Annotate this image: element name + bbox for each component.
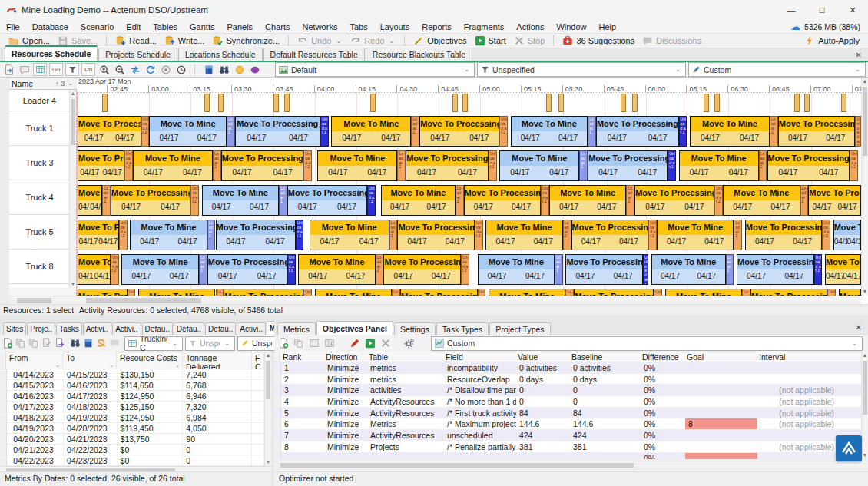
activity-tick-bar[interactable]	[284, 94, 290, 112]
cancel-optimizer-icon[interactable]	[379, 337, 392, 349]
menu-file[interactable]: File	[0, 22, 26, 31]
tab-defau[interactable]: Defau..	[205, 322, 236, 335]
column-header-table[interactable]: Table	[366, 352, 443, 362]
gantt-bar[interactable]: Move To Mine04/1704/17	[511, 116, 588, 147]
objectives-strip-close-icon[interactable]: ✕	[856, 323, 862, 332]
menu-scenario[interactable]: Scenario	[75, 22, 120, 31]
gantt-connector[interactable]: Unload at 2	[303, 289, 312, 296]
gantt-bar[interactable]: Move To Mine04/1704/17	[78, 185, 102, 216]
row-selector[interactable]	[0, 455, 7, 465]
gantt-connector[interactable]: Load at 2	[397, 150, 406, 181]
highlight-circle-icon[interactable]	[233, 64, 246, 76]
move-up-table-icon[interactable]	[307, 337, 320, 349]
gantt-bar[interactable]: Move To Processing04/1704/17	[596, 116, 679, 147]
gantt-bar[interactable]: Move To Processing04/1704/17	[78, 150, 124, 181]
gantt-bar[interactable]: Move To Mine04/1704/17	[833, 220, 861, 250]
copy-objective-icon[interactable]	[292, 337, 305, 349]
metrics-filter-combo[interactable]: Unspecifie⌄	[185, 336, 235, 351]
gantt-connector[interactable]: Load at 2	[456, 185, 464, 216]
gantt-connector[interactable]: Unload at 2	[541, 185, 549, 216]
gantt-bar[interactable]: Move To Mine04/1704/17	[679, 150, 759, 181]
gantt-connector[interactable]: Unload at 1	[668, 150, 676, 181]
gantt-bar[interactable]: Move To Processing04/1704/17	[745, 220, 823, 250]
tab-locations-schedule[interactable]: Locations Schedule	[178, 48, 263, 61]
gantt-connector[interactable]: Unload at 2	[648, 220, 657, 250]
gantt-bar[interactable]: Move To Mine04/1704/17	[478, 254, 555, 285]
stop-button[interactable]: Stop	[510, 34, 549, 48]
gantt-bar[interactable]: Move To Processing04/1704/17	[778, 116, 856, 147]
edit-objective-icon[interactable]	[348, 337, 361, 349]
resource-row-truck-8[interactable]: Truck 8	[9, 250, 70, 284]
tab-project-types[interactable]: Project Types	[489, 322, 550, 335]
gantt-connector[interactable]: Unload at 1	[287, 254, 296, 285]
table-view-icon[interactable]	[33, 63, 47, 76]
gantt-connector[interactable]: Load at 1	[227, 116, 235, 147]
column-header-goal[interactable]: Goal	[684, 352, 757, 362]
cloud-sync-icon[interactable]: ☁	[790, 21, 800, 31]
row-selector[interactable]	[0, 369, 7, 379]
objective-row[interactable]: 5MinimizeActivityResources/* First truck…	[274, 408, 861, 419]
gantt-bar[interactable]: Move To Mine04/1704/17	[149, 116, 227, 147]
gantt-bar[interactable]: Move To Processing04/1704/17	[750, 289, 828, 296]
gantt-bar[interactable]: Move To Mine04/1704/17	[315, 289, 393, 296]
tab-proje[interactable]: Proje..	[27, 322, 55, 335]
menu-panels[interactable]: Panels	[220, 22, 259, 31]
objective-row[interactable]: 6MinimizeMetrics/* Maximum project s...1…	[274, 418, 861, 430]
menu-reports[interactable]: Reports	[416, 22, 458, 31]
gantt-connector[interactable]: Load at 2	[563, 220, 571, 250]
menu-layouts[interactable]: Layouts	[374, 22, 416, 31]
activity-tick-bar[interactable]	[102, 94, 108, 112]
row-selector[interactable]	[274, 418, 281, 429]
zoom-out-icon[interactable]	[113, 64, 126, 76]
gantt-bar[interactable]: Move To Processing04/1704/17	[565, 254, 643, 285]
gantt-connector[interactable]: Load at 1	[726, 254, 734, 285]
metrics-panel-icon[interactable]	[83, 337, 94, 349]
verify-record-icon[interactable]	[41, 337, 52, 349]
move-down-table-icon[interactable]	[323, 337, 336, 349]
gantt-connector[interactable]: Load at 2	[213, 150, 221, 181]
gantt-bar[interactable]: Move To Mine04/1704/17	[657, 220, 734, 250]
column-header-field[interactable]: Field	[443, 352, 515, 362]
gantt-bar[interactable]: Move To Processing04/1704/17	[207, 254, 287, 285]
tab-defau[interactable]: Defau..	[174, 322, 204, 335]
new-objective-icon[interactable]	[277, 337, 290, 349]
menu-charts[interactable]: Charts	[259, 22, 296, 31]
find-binoculars-icon[interactable]	[217, 64, 230, 76]
gantt-bar[interactable]: Move To Processing04/1704/17	[464, 185, 542, 216]
objective-row[interactable]: 0%	[274, 453, 861, 460]
gantt-connector[interactable]: Unload at 1	[814, 254, 823, 285]
menu-help[interactable]: Help	[593, 22, 623, 31]
gantt-connector[interactable]: Load at 1	[207, 220, 216, 250]
gantt-bar[interactable]: Move To Mine04/1704/17	[723, 185, 800, 216]
metrics-row[interactable]: 04/18/202304/19/2023$124,9506,984	[0, 412, 264, 423]
tab-tasks[interactable]: Tasks	[56, 322, 82, 335]
row-selector[interactable]	[274, 430, 281, 441]
row-selector[interactable]	[274, 362, 281, 373]
gantt-bar[interactable]: Move To Processing04/1704/17	[216, 220, 296, 250]
row-selector[interactable]	[0, 423, 7, 433]
gantt-bar[interactable]: Move To Processing04/1704/17	[383, 254, 461, 285]
menu-actions[interactable]: Actions	[510, 22, 550, 31]
gantt-bar[interactable]: Move To Mine04/1704/17	[485, 220, 563, 250]
gantt-connector[interactable]: Load at 2	[800, 185, 809, 216]
gantt-bar[interactable]: Move To Processing04/1704/17	[397, 220, 475, 250]
gantt-bar[interactable]: Move To Processing04/1704/17	[78, 289, 128, 296]
filter-toggle-icon[interactable]	[65, 63, 79, 76]
gantt-connector[interactable]: Unload at 1	[643, 254, 648, 285]
new-record-icon[interactable]	[2, 337, 13, 349]
menu-gantts[interactable]: Gantts	[184, 22, 220, 31]
tab-sites[interactable]: Sites	[3, 322, 26, 335]
tab-defau[interactable]: Defau..	[142, 322, 173, 335]
gantt-connector[interactable]: Unload at 1	[679, 116, 687, 147]
gantt-filter-combo[interactable]: Unspecified⌄	[477, 62, 686, 77]
gantt-connector[interactable]: Unload at 2	[827, 289, 836, 296]
gantt-connector[interactable]: Unload at 2	[855, 116, 860, 147]
column-header-difference[interactable]: Difference	[640, 352, 684, 362]
name-panel-hscrollbar[interactable]	[9, 296, 77, 304]
gantt-connector[interactable]: Load at 1	[588, 116, 596, 147]
run-optimizer-icon[interactable]	[363, 337, 376, 349]
gantt-connector[interactable]: Unload at 2	[190, 185, 199, 216]
objective-row[interactable]: 2MinimizemetricsResourceOverlap0 days0 d…	[274, 374, 861, 385]
gantt-connector[interactable]: Unload at 1	[367, 185, 376, 216]
gantt-connector[interactable]: Unload at 2	[124, 150, 133, 181]
